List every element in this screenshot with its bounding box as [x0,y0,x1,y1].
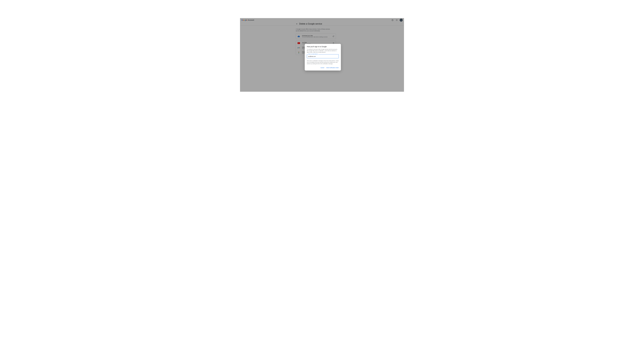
signin-email-dialog: How you'll sign in to Google To continue… [305,44,341,70]
email-field-label: Enter an email address [308,54,318,54]
dialog-note-text: We'll send a verification message to thi… [307,60,339,64]
send-verification-button[interactable]: Send verification email [326,66,339,69]
dialog-title: How you'll sign in to Google [307,46,339,48]
dialog-body-text: To continue to use your other Google ser… [307,49,339,53]
cancel-button[interactable]: Cancel [320,66,324,69]
email-input[interactable] [308,56,338,57]
email-field-wrapper: Enter an email address [307,54,339,58]
app-window: G o o g l e Account L Delete a Google se… [240,18,404,92]
dialog-actions: Cancel Send verification email [307,66,339,69]
